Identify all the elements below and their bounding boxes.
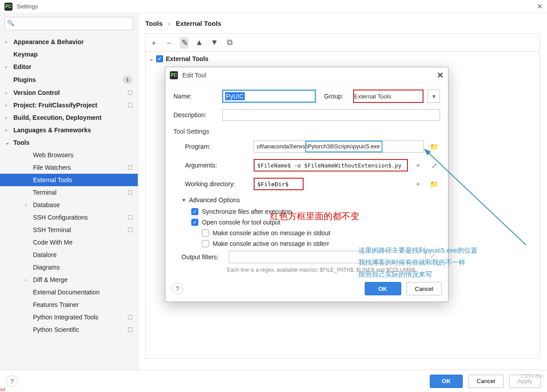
browse-folder-icon[interactable]: 📁 (428, 141, 440, 152)
annotation-red: 红色方框里面的都不变 (270, 210, 359, 222)
ok-button[interactable]: OK (365, 282, 401, 295)
move-up-icon[interactable]: ▲ (195, 38, 204, 47)
sidebar-item[interactable]: ›Terminal (0, 186, 138, 199)
sidebar-item-label: Keymap (13, 51, 37, 58)
group-dropdown-icon[interactable]: ▾ (428, 90, 440, 103)
sidebar-item[interactable]: ›Features Trainer (0, 298, 138, 311)
sidebar-item[interactable]: ›External Documentation (0, 286, 138, 298)
sidebar-item[interactable]: ›Diff & Merge (0, 274, 138, 286)
sidebar-item-label: Diff & Merge (33, 276, 68, 283)
root-checkbox[interactable]: ✓ (156, 55, 163, 62)
sidebar-item[interactable]: ›Plugins1 (0, 73, 138, 86)
insert-macro-icon[interactable]: ＋ (412, 159, 424, 171)
breadcrumb-leaf: External Tools (176, 20, 221, 27)
scope-icon (128, 327, 132, 332)
chevron-down-icon[interactable]: ⌄ (149, 56, 153, 62)
name-input[interactable]: PyUIC (222, 90, 316, 103)
advanced-options-toggle[interactable]: ▼ Advanced Options (181, 196, 440, 204)
tree-root-row[interactable]: ⌄ ✓ External Tools (149, 55, 536, 62)
edit-icon[interactable]: ✎ (180, 37, 189, 49)
sidebar-item[interactable]: ›Languages & Frameworks (0, 124, 138, 136)
scope-icon (128, 103, 132, 107)
move-down-icon[interactable]: ▼ (210, 38, 219, 47)
sidebar-item[interactable]: ›Datalore (0, 249, 138, 261)
sidebar-item[interactable]: ›Project: FruitClassifyProject (0, 99, 138, 111)
sidebar-item[interactable]: ›SSH Configurations (0, 211, 138, 224)
sidebar-item[interactable]: ›Web Browsers (0, 149, 138, 161)
sidebar-item[interactable]: ›Diagrams (0, 261, 138, 274)
window-close-icon[interactable]: ✕ (537, 2, 543, 11)
sidebar-item[interactable]: ›Build, Execution, Deployment (0, 111, 138, 124)
dialog-close-icon[interactable]: ✕ (437, 70, 444, 80)
chevron-icon: › (25, 277, 31, 282)
program-input[interactable]: oft\anaconda3\envs\Pytorch38\Scripts\pyu… (254, 140, 424, 153)
sidebar-item[interactable]: ›Database (0, 199, 138, 211)
sidebar-item[interactable]: ⌄Tools (0, 136, 138, 149)
stdout-active-option[interactable]: Make console active on message in stdout (191, 229, 440, 237)
help-icon[interactable]: ? (6, 376, 18, 387)
settings-tree[interactable]: ›Appearance & Behavior›Keymap›Editor›Plu… (0, 34, 138, 370)
checkbox-icon[interactable]: ✓ (191, 208, 198, 215)
sidebar-item[interactable]: ›Python Integrated Tools (0, 311, 138, 323)
arguments-input[interactable]: $FileName$ -o $FileNameWithoutExtension$… (254, 159, 408, 172)
dialog-title: Edit Tool (182, 72, 206, 79)
sidebar-item-label: Version Control (13, 89, 60, 96)
browse-folder-icon[interactable]: 📁 (428, 178, 440, 190)
group-input[interactable] (353, 90, 424, 103)
help-icon[interactable]: ? (172, 283, 183, 294)
add-icon[interactable]: ＋ (149, 37, 158, 48)
chevron-icon: › (5, 90, 12, 95)
window-title: Settings (17, 3, 38, 10)
checkbox-icon[interactable] (202, 240, 209, 247)
chevron-down-icon: ▼ (181, 197, 186, 203)
scope-icon (128, 315, 132, 319)
sidebar-item[interactable]: ›Keymap (0, 48, 138, 61)
sidebar-item-label: Appearance & Behavior (13, 38, 84, 45)
name-label: Name: (173, 93, 218, 100)
sidebar-item-label: Web Browsers (33, 151, 74, 159)
sidebar-item[interactable]: ›File Watchers (0, 161, 138, 174)
search-input[interactable] (4, 17, 133, 30)
footer-mark: sd (0, 387, 5, 392)
sidebar-item-label: Terminal (33, 189, 57, 196)
chevron-icon: › (25, 202, 31, 208)
breadcrumb: Tools › External Tools (138, 13, 547, 33)
watermark: CSDN @nt. (521, 374, 544, 379)
ok-button[interactable]: OK (430, 375, 463, 388)
app-icon: PC (170, 71, 178, 79)
program-label: Program: (185, 143, 249, 150)
output-filters-label: Output filters: (181, 253, 224, 261)
sidebar-item[interactable]: ›Python Scientific (0, 323, 138, 336)
chevron-icon: › (5, 127, 12, 133)
description-label: Description: (173, 111, 218, 118)
scope-icon (128, 190, 132, 195)
remove-icon[interactable]: － (165, 37, 173, 48)
sidebar-item-label: Datalore (33, 251, 57, 258)
sidebar-item-label: External Tools (33, 176, 72, 184)
breadcrumb-root[interactable]: Tools (145, 20, 163, 27)
tool-settings-header: Tool Settings (173, 128, 440, 135)
sidebar-item-label: Features Trainer (33, 301, 79, 308)
cancel-button[interactable]: Cancel (407, 282, 442, 295)
badge: 1 (123, 76, 132, 84)
sidebar-item[interactable]: ›Appearance & Behavior (0, 36, 138, 48)
sidebar-item[interactable]: ›Code With Me (0, 236, 138, 249)
sidebar-item-label: File Watchers (33, 164, 71, 171)
checkbox-icon[interactable] (202, 229, 209, 237)
scope-icon (128, 228, 132, 232)
checkbox-icon[interactable]: ✓ (191, 219, 198, 226)
working-dir-input[interactable] (254, 178, 304, 190)
app-icon: PC (4, 3, 12, 11)
sidebar-item[interactable]: ›External Tools (0, 174, 138, 186)
sidebar-item[interactable]: ›Editor (0, 61, 138, 73)
sidebar-item[interactable]: ›Version Control (0, 86, 138, 99)
expand-icon[interactable]: ⤢ (428, 159, 440, 171)
sidebar-item-label: Tools (13, 139, 29, 146)
copy-icon[interactable]: ⧉ (225, 38, 234, 47)
breadcrumb-sep: › (168, 20, 170, 27)
cancel-button[interactable]: Cancel (468, 375, 504, 388)
sidebar-item[interactable]: ›SSH Terminal (0, 224, 138, 236)
insert-macro-icon[interactable]: ＋ (412, 178, 424, 190)
sidebar-item-label: Project: FruitClassifyProject (13, 102, 97, 109)
description-input[interactable] (222, 109, 440, 121)
